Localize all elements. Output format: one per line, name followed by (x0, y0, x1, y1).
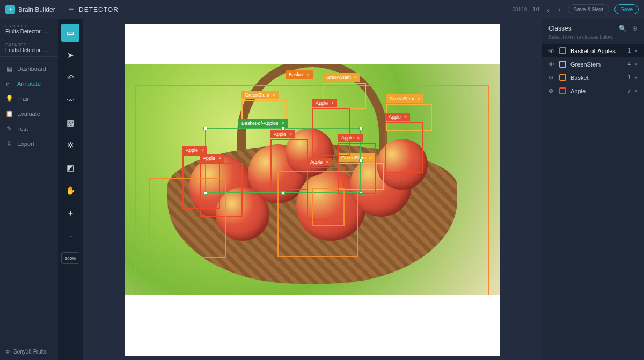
tag-label: Apple (341, 135, 354, 141)
mask-tool[interactable]: ▩ (61, 114, 79, 132)
nav-label: Export (17, 141, 34, 147)
tag-close-icon[interactable]: × (404, 114, 407, 120)
class-swatch (559, 87, 566, 94)
class-row-greenstem[interactable]: 👁GreenStem4▾ (542, 57, 644, 71)
prev-image-button[interactable]: ‹ (545, 5, 551, 14)
tag-apple[interactable]: Apple× (338, 134, 363, 142)
chevron-down-icon[interactable]: ▾ (635, 62, 638, 67)
tag-apple[interactable]: Apple× (385, 113, 410, 121)
visibility-icon[interactable]: ⊘ (548, 87, 555, 94)
nav-icon: 💡 (5, 95, 13, 102)
tag-apple[interactable]: Apple× (307, 158, 332, 166)
tag-greenstem[interactable]: GreenStem× (241, 91, 279, 99)
save-button[interactable]: Save (614, 4, 639, 14)
tag-greenstem[interactable]: GreenStem× (386, 94, 423, 103)
image-area[interactable]: Basket×GreenStem×GreenStem×GreenStem×Gre… (125, 64, 500, 295)
tag-label: Basket-of-Apples (241, 121, 279, 126)
pan-tool[interactable]: ✋ (61, 181, 79, 200)
tag-apple[interactable]: Apple× (270, 130, 295, 138)
nav-label: Train (17, 95, 31, 102)
tag-close-icon[interactable]: × (201, 148, 204, 153)
save-and-next-button[interactable]: Save & Next (568, 4, 610, 14)
rect-tool[interactable]: ▭ (61, 24, 79, 42)
class-row-apple[interactable]: ⊘Apple7▾ (542, 84, 644, 98)
class-label: Basket-of-Apples (570, 48, 623, 54)
nav-item-evaluate[interactable]: 📋Evaluate (0, 106, 58, 121)
tag-label: GreenStem (390, 96, 414, 101)
add-class-icon[interactable]: ⊕ (632, 25, 638, 32)
tag-close-icon[interactable]: × (354, 75, 357, 80)
nav-icon: 🏷 (5, 80, 13, 87)
tag-label: Apple (389, 114, 401, 120)
nav-icon: ▦ (5, 65, 13, 72)
zoom-in-tool[interactable]: ＋ (61, 204, 79, 222)
chevron-down-icon[interactable]: ▾ (635, 48, 638, 54)
nav-label: Test (17, 126, 28, 132)
tag-close-icon[interactable]: × (326, 159, 328, 165)
nav-item-annotate[interactable]: 🏷Annotate (0, 76, 58, 91)
class-count: 1 (627, 48, 631, 54)
chevron-down-icon[interactable]: ▾ (635, 89, 638, 94)
nav-icon: 📋 (5, 110, 13, 117)
tag-close-icon[interactable]: × (289, 131, 292, 137)
visibility-icon[interactable]: ⊘ (548, 74, 555, 81)
project-block[interactable]: PROJECT Fruits Detector … (0, 19, 58, 38)
toolstrip: ▭➤↶〰▩✲◩✋＋－100% (58, 19, 83, 360)
bbox-apple[interactable] (277, 171, 358, 257)
nav-item-export[interactable]: ⇩Export (0, 136, 58, 151)
zoom-reset-button[interactable]: 100% (61, 252, 79, 264)
nav-label: Dashboard (17, 65, 46, 72)
tag-close-icon[interactable]: × (418, 96, 420, 101)
tag-label: Apple (316, 100, 328, 106)
tag-basket-of-apples[interactable]: Basket-of-Apples× (238, 119, 288, 128)
visibility-icon[interactable]: 👁 (548, 61, 555, 68)
nav-item-train[interactable]: 💡Train (0, 91, 58, 106)
tag-apple[interactable]: Apple× (312, 99, 337, 107)
tag-apple[interactable]: Apple× (200, 154, 224, 163)
class-label: Basket (570, 75, 623, 81)
chevron-down-icon[interactable]: ▾ (635, 75, 638, 80)
dataset-block[interactable]: DATASET Fruits Detector … (0, 38, 58, 57)
nav-item-test[interactable]: ✎Test (0, 121, 58, 136)
panel-right: Classes 🔍 ⊕ Select from the classes belo… (542, 19, 644, 360)
tag-basket[interactable]: Basket× (286, 70, 313, 79)
tag-greenstem[interactable]: GreenStem× (323, 73, 360, 82)
zoom-out-tool[interactable]: － (61, 226, 79, 245)
tag-label: Apple (186, 148, 198, 153)
tag-close-icon[interactable]: × (273, 92, 275, 98)
visibility-icon[interactable]: 👁 (548, 48, 555, 54)
tag-close-icon[interactable]: × (218, 156, 221, 161)
nav-label: Evaluate (17, 111, 40, 117)
class-count: 1 (627, 75, 631, 80)
resize-handle[interactable] (359, 127, 363, 130)
tag-close-icon[interactable]: × (357, 135, 360, 141)
paper[interactable]: Basket×GreenStem×GreenStem×GreenStem×Gre… (125, 24, 500, 356)
bbox-apple[interactable] (149, 178, 226, 258)
bbox-apple[interactable] (385, 122, 423, 173)
search-icon[interactable]: 🔍 (619, 25, 627, 32)
pointer-tool[interactable]: ➤ (61, 46, 79, 64)
tag-apple[interactable]: Apple× (182, 146, 207, 155)
classes-subtitle: Select from the classes below. (542, 34, 644, 44)
tag-label: GreenStem (326, 75, 351, 80)
class-swatch (559, 47, 566, 54)
menu-icon[interactable]: ≡ (69, 5, 74, 14)
sidebar-footer[interactable]: ⚙ Sony18 Fruits (0, 343, 58, 360)
tag-close-icon[interactable]: × (282, 121, 284, 126)
polyline-tool[interactable]: 〰 (61, 91, 79, 109)
class-row-basket-of-apples[interactable]: 👁Basket-of-Apples1▾ (542, 44, 644, 57)
brightness-tool[interactable]: ✲ (61, 136, 79, 155)
undo-tool[interactable]: ↶ (61, 69, 79, 87)
tag-label: Apple (274, 131, 286, 137)
tag-close-icon[interactable]: × (331, 100, 334, 106)
tag-close-icon[interactable]: × (307, 72, 310, 77)
dataset-label: DATASET (5, 42, 53, 47)
contrast-tool[interactable]: ◩ (61, 159, 79, 177)
class-row-basket[interactable]: ⊘Basket1▾ (542, 71, 644, 84)
nav-label: Annotate (17, 80, 41, 87)
class-label: Apple (570, 88, 623, 94)
next-image-button[interactable]: › (557, 5, 562, 14)
class-swatch (559, 74, 566, 81)
nav-item-dashboard[interactable]: ▦Dashboard (0, 61, 58, 76)
resize-handle[interactable] (203, 127, 207, 130)
